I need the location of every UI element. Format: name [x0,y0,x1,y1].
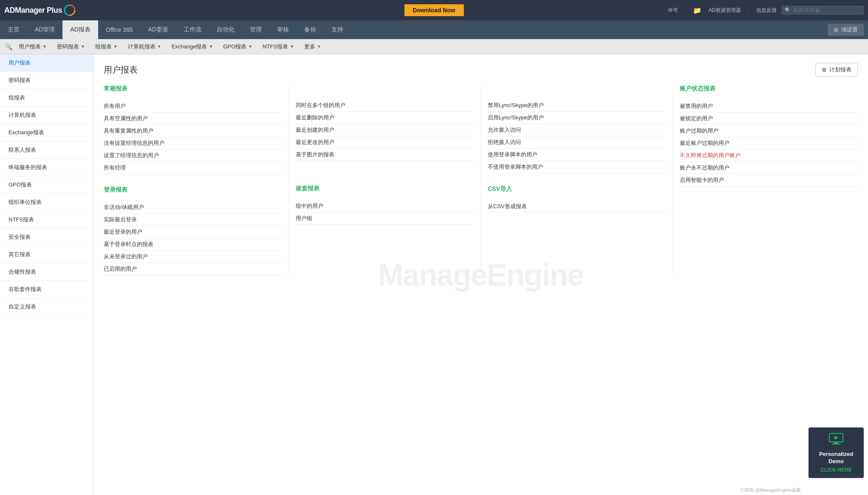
svg-marker-4 [834,436,839,440]
dropdown-arrow: ▼ [248,44,252,49]
subnav-gpo-report[interactable]: GPO报表 ▼ [218,39,257,54]
nav-ad-manage[interactable]: AD管理 [27,20,62,39]
link-csv-report[interactable]: 从CSV形成报表 [488,201,666,213]
sub-nav-search[interactable]: 🔍 [3,42,14,52]
subnav-ntfs-report[interactable]: NTFS报表 ▼ [257,39,299,54]
demo-icon [813,433,860,448]
link-recently-deleted-users[interactable]: 最近删除的用户 [296,112,474,124]
link-photo-based-report[interactable]: 基于图片的报表 [296,149,474,161]
sidebar-item-ou-report[interactable]: 组织单位报表 [0,194,93,211]
sidebar-item-compliance-report[interactable]: 合规性报表 [0,263,93,281]
ad-resource-link[interactable]: AD资源管理器 [708,7,741,14]
link-recently-expired-accounts[interactable]: 最近账户过期的用户 [680,137,858,150]
dropdown-arrow: ▼ [81,44,85,49]
search-input[interactable] [793,7,861,13]
link-actual-last-login[interactable]: 实际最后登录 [104,214,282,226]
link-never-expire-accounts[interactable]: 账户永不过期的用户 [680,162,858,174]
link-enabled-users[interactable]: 已启用的用户 [104,263,282,275]
section-spacer1: . [296,85,474,94]
link-locked-users[interactable]: 被锁定的用户 [680,113,858,125]
link-allow-dialin[interactable]: 允许拨入访问 [488,124,666,136]
link-all-managers[interactable]: 所有经理 [104,162,282,174]
subnav-exchange-report[interactable]: Exchange报表 ▼ [167,39,218,54]
main-layout: 用户报表 密码报表 组报表 计算机报表 Exchange报表 联系人报表 终端服… [0,54,868,495]
demo-widget[interactable]: Personalized Demo CLICK HERE [809,427,864,478]
dropdown-arrow: ▼ [209,44,213,49]
nav-workflow[interactable]: 工作流 [176,20,209,39]
dropdown-arrow: ▼ [157,44,161,49]
link-recently-changed-users[interactable]: 最近更改的用户 [296,136,474,149]
sidebar-item-exchange-report[interactable]: Exchange报表 [0,124,93,141]
download-button[interactable]: Download Now [404,4,464,16]
dropdown-arrow: ▼ [42,44,47,49]
nav-automation[interactable]: 自动化 [209,20,242,39]
sidebar-item-other-report[interactable]: 其它报表 [0,246,93,263]
link-enable-lync-users[interactable]: 启用Lync/Skype的用户 [488,112,666,124]
link-inactive-users[interactable]: 非活动/休眠用户 [104,201,282,214]
nav-ad-delegate[interactable]: AD委派 [140,20,175,39]
sidebar-item-group-report[interactable]: 组报表 [0,89,93,107]
nav-backup[interactable]: 备份 [297,20,324,39]
link-disabled-users[interactable]: 被禁用的用户 [680,100,858,113]
link-multi-group-users[interactable]: 同时在多个组的用户 [296,99,474,112]
sidebar: 用户报表 密码报表 组报表 计算机报表 Exchange报表 联系人报表 终端服… [0,54,93,495]
link-use-login-script[interactable]: 使用登录脚本的用户 [488,149,666,161]
feedback-link[interactable]: 信息反馈 [756,7,777,14]
sidebar-item-terminal-report[interactable]: 终端服务的报表 [0,159,93,176]
link-group-users[interactable]: 组中的用户 [296,200,474,212]
link-soon-expire-accounts[interactable]: 不久即将过期的用户账户 [680,150,858,162]
sidebar-item-google-report[interactable]: 谷歌套件报表 [0,281,93,298]
section-regular-title: 常规报表 [104,85,282,95]
link-recently-created-users[interactable]: 最近创建的用户 [296,124,474,136]
sidebar-item-contact-report[interactable]: 联系人报表 [0,141,93,159]
dropdown-arrow: ▼ [317,44,321,49]
sidebar-item-user-report[interactable]: 用户报表 [0,54,93,72]
demo-cta[interactable]: CLICK HERE [813,467,860,473]
subnav-group-report[interactable]: 组报表 ▼ [90,39,123,54]
dropdown-arrow: ▼ [290,44,294,49]
link-expired-accounts[interactable]: 账户过期的用户 [680,125,858,137]
sidebar-item-ntfs-report[interactable]: NTFS报表 [0,211,93,229]
svg-rect-3 [832,444,840,444]
link-login-time-report[interactable]: 基于登录时点的报表 [104,238,282,251]
nav-office365[interactable]: Office 365 [98,20,141,39]
link-no-login-script[interactable]: 不使用登录脚本的用户 [488,161,666,173]
sections-container: 常规报表 所有用户 具有空属性的用户 具有重复属性的用户 没有设置经理信息的用户… [104,85,858,275]
demo-title: Personalized Demo [813,451,860,465]
link-recent-login-users[interactable]: 最近登录的用户 [104,226,282,238]
link-deny-dialin[interactable]: 拒绝拨入访问 [488,136,666,149]
subnav-computer-report[interactable]: 计算机报表 ▼ [123,39,167,54]
nav-home[interactable]: 主页 [0,20,27,39]
schedule-report-button[interactable]: ⚙ 计划报表 [815,63,858,76]
nav-manage[interactable]: 管理 [242,20,269,39]
subnav-password-report[interactable]: 密码报表 ▼ [52,39,90,54]
link-disable-lync-users[interactable]: 禁用Lync/Skype的用户 [488,99,666,112]
subnav-more[interactable]: 更多 ▼ [299,39,326,54]
nav-ad-report[interactable]: AD报表 [62,20,98,39]
page-title-row: 用户报表 ⚙ 计划报表 [104,63,858,76]
link-duplicate-attr-users[interactable]: 具有重复属性的用户 [104,125,282,137]
sidebar-item-custom-report[interactable]: 自定义报表 [0,298,93,316]
nav-support[interactable]: 支持 [324,20,351,39]
link-user-groups[interactable]: 用户组 [296,212,474,225]
link-empty-attr-users[interactable]: 具有空属性的用户 [104,113,282,125]
sidebar-item-gpo-report[interactable]: GPO报表 [0,176,93,194]
license-link[interactable]: 许可 [668,7,678,14]
section-account-status: 账户状态报表 被禁用的用户 被锁定的用户 账户过期的用户 最近账户过期的用户 不… [673,85,858,275]
nav-right: ⚙ 域设置 [828,24,868,36]
sidebar-item-computer-report[interactable]: 计算机报表 [0,107,93,124]
nav-bar: 主页 AD管理 AD报表 Office 365 AD委派 工作流 自动化 管理 … [0,20,868,39]
section-regular: 常规报表 所有用户 具有空属性的用户 具有重复属性的用户 没有设置经理信息的用户… [104,85,289,275]
domain-settings-button[interactable]: ⚙ 域设置 [828,24,864,36]
gear-icon: ⚙ [834,27,839,33]
link-with-manager-users[interactable]: 设置了经理信息的用户 [104,150,282,162]
link-all-users[interactable]: 所有用户 [104,100,282,113]
link-smartcard-users[interactable]: 启用智能卡的用户 [680,174,858,187]
link-no-manager-users[interactable]: 没有设置经理信息的用户 [104,137,282,150]
top-bar: ADManager Plus Download Now 许可 ▪ 📁 AD资源管… [0,0,868,20]
sidebar-item-security-report[interactable]: 安全报表 [0,229,93,246]
subnav-user-report[interactable]: 用户报表 ▼ [14,39,52,54]
nav-audit[interactable]: 审核 [269,20,297,39]
sidebar-item-password-report[interactable]: 密码报表 [0,72,93,89]
link-never-login-users[interactable]: 从未登录过的用户 [104,251,282,263]
